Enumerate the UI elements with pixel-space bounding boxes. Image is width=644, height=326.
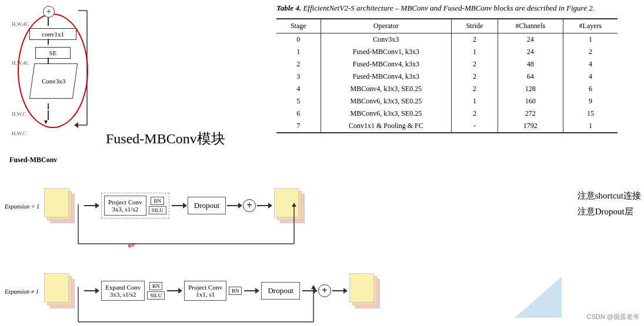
col-channels: #Channels xyxy=(498,19,563,33)
cell-stride: 1 xyxy=(452,95,498,107)
col-operator: Operator xyxy=(321,19,452,33)
fused-mbconv-label: Fused-MBConv xyxy=(9,154,111,164)
arrow3 xyxy=(227,205,242,206)
cell-channels: 64 xyxy=(498,70,563,83)
cell-operator: Conv1x1 & Pooling & FC xyxy=(321,120,452,133)
cell-stride: 1 xyxy=(452,46,498,58)
expand-conv-box: Expand Conv 3x3, s1/s2 xyxy=(101,281,145,301)
watermark: CSDN @掘蛋老爷 xyxy=(587,312,639,321)
output-feature-1 xyxy=(273,187,308,225)
output-feature-2 xyxy=(348,272,383,310)
hwc-bot-label: H,W,C xyxy=(12,107,26,118)
conv3x3-box: Conv3x3 xyxy=(27,63,80,102)
cell-channels: 24 xyxy=(498,33,563,46)
expansion-label-1: Expansion = 1 xyxy=(5,200,43,211)
cell-operator: MBConv6, k3x3, SE0.25 xyxy=(321,107,452,120)
bn-silu-stack-1: BN SILU xyxy=(149,197,166,214)
architecture-table: Stage Operator Stride #Channels #Layers … xyxy=(276,18,618,133)
bottom-section: Expansion = 1 Project Conv 3x3, s1/s2 BN… xyxy=(0,176,644,326)
cell-stride: - xyxy=(452,120,498,133)
cell-channels: 160 xyxy=(498,95,563,107)
cell-stride: 2 xyxy=(452,83,498,95)
svg-marker-3 xyxy=(74,122,78,128)
cell-operator: Conv3x3 xyxy=(321,33,452,46)
plus-node-1: + xyxy=(243,199,256,212)
cell-operator: MBConv6, k3x3, SE0.25 xyxy=(321,95,452,107)
cell-layers: 2 xyxy=(563,46,618,58)
mbconv-diagram: + H,W,4C conv1x1 SE H,W,4C xyxy=(5,5,111,164)
cell-stage: 3 xyxy=(276,70,321,83)
cell-operator: Fused-MBConv1, k3x3 xyxy=(321,46,452,58)
dropout-box-1: Dropout xyxy=(188,197,226,214)
flow-row-2: Expansion ≠ 1 Expand Conv 3x3, s1/s2 BN … xyxy=(0,267,383,314)
hwc-final-label: H,W,C xyxy=(12,127,26,137)
table-row: 0 Conv3x3 2 24 1 xyxy=(276,33,618,46)
cell-stage: 5 xyxy=(276,95,321,107)
arrow8 xyxy=(302,290,317,291)
flow-row-1: Expansion = 1 Project Conv 3x3, s1/s2 BN… xyxy=(0,182,308,229)
proj-conv-inner-1: Project Conv 3x3, s1/s2 BN SILU xyxy=(104,196,166,216)
fused-mbconv-title: Fused-MBConv模块 xyxy=(106,129,225,148)
cell-channels: 48 xyxy=(498,58,563,70)
arrow9 xyxy=(332,290,347,291)
red-pencil-mark: ✏ xyxy=(126,238,138,251)
arrow1 xyxy=(84,205,99,206)
table-row: 2 Fused-MBConv4, k3x3 2 48 4 xyxy=(276,58,618,70)
arrow4 xyxy=(257,205,272,206)
col-layers: #Layers xyxy=(563,19,618,33)
cell-stage: 4 xyxy=(276,83,321,95)
svg-marker-12 xyxy=(515,277,562,318)
cell-layers: 1 xyxy=(563,120,618,133)
cell-stage: 0 xyxy=(276,33,321,46)
arrow6 xyxy=(167,290,182,291)
cell-layers: 4 xyxy=(563,70,618,83)
cell-channels: 1792 xyxy=(498,120,563,133)
right-panel: Table 4. EfficientNetV2-S architecture –… xyxy=(276,3,638,133)
input-feature-2 xyxy=(43,272,78,310)
proj-conv-box-1: Project Conv 3x3, s1/s2 xyxy=(104,196,146,216)
table-row: 4 MBConv4, k3x3, SE0.25 2 128 6 xyxy=(276,83,618,95)
plus-top: + xyxy=(43,5,55,19)
table-caption: Table 4. EfficientNetV2-S architecture –… xyxy=(276,3,638,14)
cell-channels: 24 xyxy=(498,46,563,58)
col-stride: Stride xyxy=(452,19,498,33)
table-row: 7 Conv1x1 & Pooling & FC - 1792 1 xyxy=(276,120,618,133)
arrow2 xyxy=(172,205,186,206)
cell-layers: 4 xyxy=(563,58,618,70)
cell-stage: 7 xyxy=(276,120,321,133)
bn-box-2: BN xyxy=(229,287,242,295)
arrow5 xyxy=(84,290,99,291)
dropout-box-2: Dropout xyxy=(261,282,299,300)
cell-stride: 2 xyxy=(452,58,498,70)
proj-conv-box-2: Project Conv 1x1, s1 xyxy=(184,281,226,301)
cell-stage: 2 xyxy=(276,58,321,70)
table-row: 6 MBConv6, k3x3, SE0.25 2 272 15 xyxy=(276,107,618,120)
cell-channels: 128 xyxy=(498,83,563,95)
cell-operator: Fused-MBConv4, k3x3 xyxy=(321,58,452,70)
col-stage: Stage xyxy=(276,19,321,33)
conv1x1-box: conv1x1 xyxy=(29,26,76,42)
proj-conv-area-1: Project Conv 3x3, s1/s2 BN SILU xyxy=(101,193,169,219)
connector1 xyxy=(48,18,49,26)
arrow7 xyxy=(244,290,259,291)
cell-layers: 15 xyxy=(563,107,618,120)
hwc-top-label: H,W,4C xyxy=(12,18,29,28)
cell-stage: 1 xyxy=(276,46,321,58)
notes-section: 注意shortcut连接 注意Dropout层 xyxy=(578,188,641,220)
cell-stride: 2 xyxy=(452,70,498,83)
se-box: SE xyxy=(35,45,71,61)
table-row: 3 Fused-MBConv4, k3x3 2 64 4 xyxy=(276,70,618,83)
cell-channels: 272 xyxy=(498,107,563,120)
cell-operator: MBConv4, k3x3, SE0.25 xyxy=(321,83,452,95)
cell-layers: 1 xyxy=(563,33,618,46)
hwc-mid-label: H,W,4C xyxy=(12,56,29,67)
input-feature-1 xyxy=(43,187,78,225)
table-row: 5 MBConv6, k3x3, SE0.25 1 160 9 xyxy=(276,95,618,107)
cell-operator: Fused-MBConv4, k3x3 xyxy=(321,70,452,83)
expansion-label-2: Expansion ≠ 1 xyxy=(5,285,43,296)
table-row: 1 Fused-MBConv1, k3x3 1 24 2 xyxy=(276,46,618,58)
triangle-decoration xyxy=(515,277,562,320)
cell-stride: 2 xyxy=(452,107,498,120)
plus-node-2: + xyxy=(318,284,331,297)
cell-layers: 6 xyxy=(563,83,618,95)
